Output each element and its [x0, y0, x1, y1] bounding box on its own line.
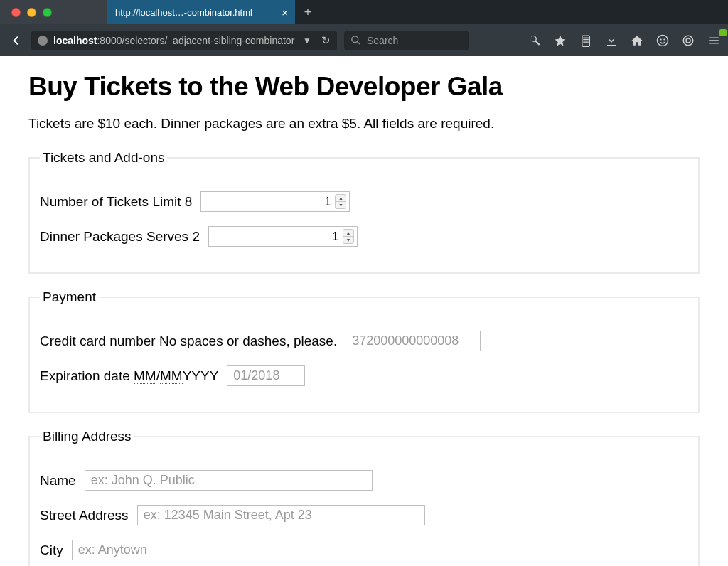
- input-street[interactable]: ex: 12345 Main Street, Apt 23: [137, 505, 425, 525]
- spinner-dinner[interactable]: ▲ ▼: [343, 229, 354, 244]
- input-city[interactable]: ex: Anytown: [72, 540, 235, 560]
- input-exp-date[interactable]: 01/2018: [227, 365, 305, 386]
- spinner-down-icon[interactable]: ▼: [336, 202, 346, 208]
- tab-close-button[interactable]: ×: [279, 7, 291, 18]
- svg-point-3: [683, 36, 693, 46]
- window-fullscreen-button[interactable]: [43, 8, 52, 17]
- clipboard-icon[interactable]: [579, 33, 593, 48]
- tab-strip: http://localhost…-combinator.html × +: [0, 0, 728, 24]
- smiley-icon[interactable]: [655, 33, 670, 48]
- legend-payment: Payment: [40, 289, 99, 305]
- devtools-icon[interactable]: [528, 33, 542, 48]
- update-badge-icon: [719, 29, 727, 36]
- label-num-tickets: Number of Tickets Limit 8: [40, 194, 192, 210]
- search-placeholder: Search: [367, 35, 398, 46]
- row-dinner: Dinner Packages Serves 2 1 ▲ ▼: [40, 226, 688, 247]
- page-intro: Tickets are $10 each. Dinner packages ar…: [28, 116, 700, 132]
- page-title: Buy Tickets to the Web Developer Gala: [28, 72, 700, 102]
- target-icon[interactable]: [681, 33, 695, 48]
- legend-tickets: Tickets and Add-ons: [40, 150, 167, 166]
- label-dinner: Dinner Packages Serves 2: [40, 229, 200, 245]
- svg-point-1: [660, 38, 662, 40]
- browser-chrome: http://localhost…-combinator.html × + lo…: [0, 0, 728, 56]
- fieldset-billing: Billing Address Name ex: John Q. Public …: [28, 429, 700, 566]
- input-dinner[interactable]: 1 ▲ ▼: [208, 226, 358, 247]
- bookmark-star-icon[interactable]: [553, 33, 567, 48]
- row-name: Name ex: John Q. Public: [40, 470, 688, 491]
- url-path: :8000/selectors/_adjacent-sibling-combin…: [97, 35, 294, 46]
- browser-tab-title: http://localhost…-combinator.html: [115, 7, 252, 18]
- back-button[interactable]: [7, 32, 24, 49]
- svg-point-0: [658, 35, 668, 46]
- row-cc: Credit card number No spaces or dashes, …: [40, 331, 688, 351]
- arrow-left-icon: [9, 34, 22, 47]
- address-bar-text: localhost:8000/selectors/_adjacent-sibli…: [53, 35, 294, 46]
- fieldset-payment: Payment Credit card number No spaces or …: [28, 289, 700, 413]
- label-street: Street Address: [40, 508, 129, 523]
- svg-point-2: [663, 38, 665, 40]
- row-street: Street Address ex: 12345 Main Street, Ap…: [40, 505, 688, 525]
- spinner-num-tickets[interactable]: ▲ ▼: [335, 194, 346, 209]
- browser-toolbar: localhost:8000/selectors/_adjacent-sibli…: [0, 24, 728, 56]
- row-exp: Expiration date MM/MMYYYY 01/2018: [40, 365, 688, 386]
- globe-icon: [38, 36, 48, 46]
- input-city-placeholder: ex: Anytown: [78, 543, 147, 557]
- input-cc-number[interactable]: 372000000000008: [346, 331, 481, 351]
- new-tab-button[interactable]: +: [295, 0, 321, 24]
- input-num-tickets-value: 1: [201, 196, 349, 208]
- search-icon: [350, 35, 361, 46]
- window-minimize-button[interactable]: [27, 8, 36, 17]
- input-name[interactable]: ex: John Q. Public: [85, 470, 373, 491]
- label-cc: Credit card number No spaces or dashes, …: [40, 333, 337, 349]
- svg-point-4: [686, 38, 690, 43]
- window-controls: [0, 0, 107, 24]
- window-close-button[interactable]: [11, 8, 21, 17]
- label-city: City: [40, 543, 63, 558]
- reload-button[interactable]: ↻: [321, 34, 331, 47]
- hamburger-menu-button[interactable]: [707, 33, 721, 48]
- input-cc-placeholder: 372000000000008: [352, 333, 459, 348]
- input-num-tickets[interactable]: 1 ▲ ▼: [200, 191, 350, 212]
- input-name-placeholder: ex: John Q. Public: [91, 473, 195, 488]
- spinner-up-icon[interactable]: ▲: [343, 230, 353, 237]
- input-street-placeholder: ex: 12345 Main Street, Apt 23: [144, 508, 312, 523]
- spinner-down-icon[interactable]: ▼: [343, 237, 353, 243]
- input-exp-placeholder: 01/2018: [233, 368, 279, 383]
- row-num-tickets: Number of Tickets Limit 8 1 ▲ ▼: [40, 191, 688, 212]
- address-dropdown-button[interactable]: ▼: [303, 36, 311, 46]
- row-city: City ex: Anytown: [40, 540, 688, 560]
- page-content: Buy Tickets to the Web Developer Gala Ti…: [0, 56, 728, 566]
- label-exp: Expiration date MM/MMYYYY: [40, 368, 218, 384]
- fieldset-tickets: Tickets and Add-ons Number of Tickets Li…: [28, 150, 700, 274]
- search-bar[interactable]: Search: [344, 31, 469, 50]
- legend-billing: Billing Address: [40, 429, 134, 444]
- spinner-up-icon[interactable]: ▲: [336, 195, 346, 202]
- hamburger-icon: [707, 34, 720, 47]
- downloads-icon[interactable]: [604, 33, 619, 48]
- url-host: localhost: [53, 35, 97, 46]
- toolbar-right-icons: [528, 33, 721, 48]
- home-icon[interactable]: [630, 33, 644, 48]
- input-dinner-value: 1: [209, 230, 357, 243]
- browser-tab[interactable]: http://localhost…-combinator.html ×: [107, 0, 295, 24]
- label-name: Name: [40, 473, 76, 488]
- address-bar[interactable]: localhost:8000/selectors/_adjacent-sibli…: [31, 31, 337, 50]
